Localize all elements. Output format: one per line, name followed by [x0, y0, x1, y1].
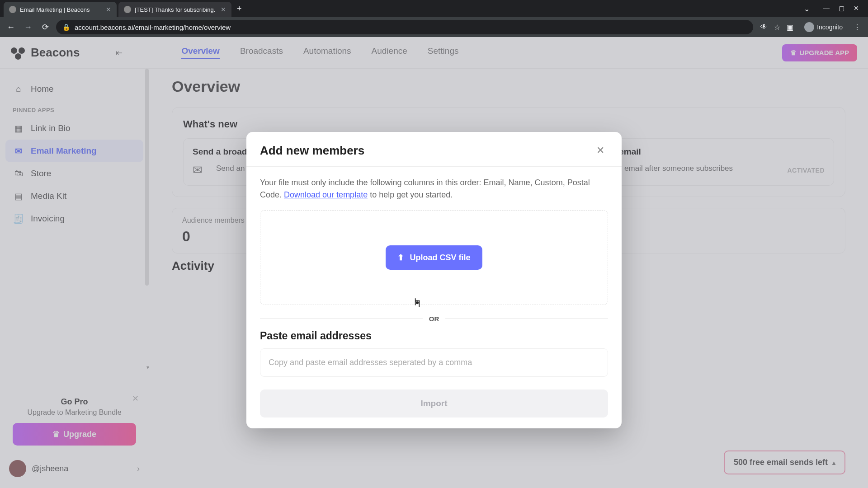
forward-button: →: [22, 21, 34, 33]
or-divider: OR: [260, 315, 608, 323]
close-icon[interactable]: ✕: [221, 6, 226, 13]
window-controls: ⌄ ― ▢ ✕: [804, 5, 864, 13]
favicon-icon: [124, 6, 131, 13]
incognito-badge[interactable]: Incognito: [800, 20, 847, 34]
paste-emails-input[interactable]: [260, 348, 608, 377]
lock-icon: 🔒: [62, 23, 70, 31]
browser-tab-2[interactable]: [TEST] Thanks for subscribing. ✕: [118, 2, 231, 17]
close-window-icon[interactable]: ✕: [854, 5, 859, 13]
desc-text-2: to help get you started.: [368, 190, 453, 199]
download-template-link[interactable]: Download our template: [284, 190, 368, 199]
reload-button[interactable]: ⟳: [39, 21, 52, 33]
back-button[interactable]: ←: [5, 21, 17, 33]
upload-label: Upload CSV file: [410, 253, 470, 263]
bookmark-icon[interactable]: ☆: [774, 23, 780, 32]
favicon-icon: [9, 6, 16, 13]
csv-drop-zone[interactable]: ⬆ Upload CSV file: [260, 210, 608, 305]
app-root: Beacons ⇤ Overview Broadcasts Automation…: [0, 37, 868, 488]
close-modal-button[interactable]: ✕: [593, 143, 608, 158]
add-members-modal: Add new members ✕ Your file must only in…: [246, 132, 622, 428]
extensions-icon[interactable]: ▣: [787, 23, 793, 32]
tab-title: Email Marketing | Beacons: [20, 6, 102, 13]
browser-tab-1[interactable]: Email Marketing | Beacons ✕: [4, 2, 117, 17]
modal-description: Your file must only include the followin…: [260, 177, 608, 201]
import-button[interactable]: Import: [260, 389, 608, 418]
paste-title: Paste email addresses: [260, 330, 608, 342]
url-text: account.beacons.ai/email-marketing/home/…: [75, 23, 231, 31]
or-label: OR: [429, 315, 439, 323]
incognito-label: Incognito: [817, 23, 843, 31]
new-tab-button[interactable]: +: [233, 4, 245, 14]
tab-bar: Email Marketing | Beacons ✕ [TEST] Thank…: [0, 0, 868, 17]
address-bar[interactable]: 🔒 account.beacons.ai/email-marketing/hom…: [56, 20, 753, 34]
minimize-icon[interactable]: ―: [823, 5, 830, 13]
eye-off-icon[interactable]: 👁: [760, 23, 768, 31]
tab-title: [TEST] Thanks for subscribing.: [135, 6, 217, 13]
upload-icon: ⬆: [397, 253, 404, 263]
close-icon[interactable]: ✕: [106, 6, 111, 13]
modal-title: Add new members: [260, 144, 364, 158]
maximize-icon[interactable]: ▢: [839, 5, 844, 13]
upload-csv-button[interactable]: ⬆ Upload CSV file: [386, 245, 482, 270]
browser-chrome: Email Marketing | Beacons ✕ [TEST] Thank…: [0, 0, 868, 37]
tabs-dropdown-icon[interactable]: ⌄: [804, 5, 810, 13]
kebab-menu-icon[interactable]: ⋮: [854, 23, 861, 32]
incognito-icon: [804, 22, 814, 32]
address-row: ← → ⟳ 🔒 account.beacons.ai/email-marketi…: [0, 17, 868, 37]
